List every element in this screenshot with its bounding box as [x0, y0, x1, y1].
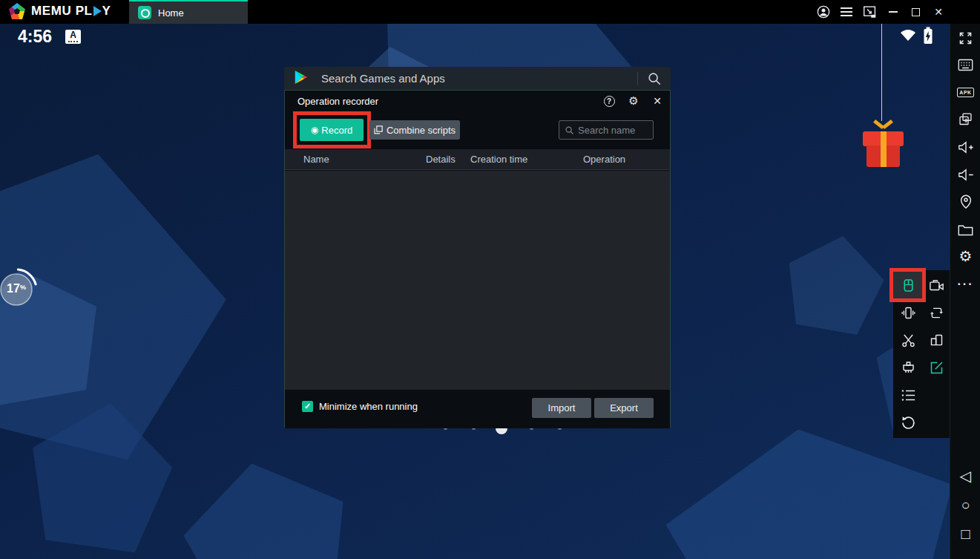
more-icon: ···	[958, 278, 974, 291]
reboot-button[interactable]	[899, 413, 917, 431]
nav-home-button[interactable]: ○	[950, 496, 980, 514]
playstore-search-label: Search Games and Apps	[321, 72, 637, 85]
help-button[interactable]: ?	[602, 94, 616, 108]
multi-instance-button[interactable]	[950, 110, 980, 128]
combine-scripts-button[interactable]: Combine scripts	[369, 120, 460, 140]
keyboard-letter: A	[65, 30, 81, 41]
cache-clean-button[interactable]	[899, 359, 917, 376]
scissors-icon	[901, 333, 916, 348]
keyboard-indicator-icon[interactable]: A	[65, 30, 81, 44]
tab-home[interactable]: Home	[129, 0, 248, 24]
operation-recorder-dialog: Operation recorder ? ⚙ ✕ ◉ Record Combin…	[284, 90, 671, 428]
google-play-icon	[293, 68, 309, 89]
minimize-button[interactable]	[884, 2, 903, 22]
virtual-keyboard-button[interactable]	[950, 56, 980, 73]
android-recents-icon: □	[961, 526, 970, 543]
logo-play-triangle	[93, 6, 102, 16]
new-window-plus-icon	[958, 111, 973, 127]
loading-progress-badge: 17%	[0, 266, 42, 312]
more-tools-button[interactable]: ···	[950, 275, 980, 293]
install-apk-button[interactable]: APK	[950, 83, 980, 101]
export-button[interactable]: Export	[594, 398, 654, 418]
android-screen[interactable]: 4:56 A 17%	[0, 24, 950, 559]
battery-icon	[922, 26, 934, 48]
screenshot-cut-button[interactable]	[899, 331, 917, 349]
volume-up-button[interactable]	[950, 138, 980, 156]
loading-percent: 17%	[0, 282, 37, 295]
wallpaper-pentagon	[779, 228, 890, 339]
combine-label: Combine scripts	[387, 125, 456, 136]
volume-up-icon	[958, 140, 974, 154]
script-edit-button[interactable]	[927, 359, 945, 376]
task-list-button[interactable]	[899, 386, 917, 404]
shared-folder-button[interactable]	[950, 220, 980, 238]
more-tools-panel	[893, 270, 950, 438]
account-icon	[816, 4, 831, 19]
boss-key-button[interactable]	[860, 2, 879, 22]
script-search-input[interactable]	[578, 125, 648, 136]
volume-down-button[interactable]	[950, 166, 980, 183]
keyboard-icon	[958, 59, 973, 71]
nav-back-button[interactable]: ◁	[950, 467, 980, 485]
android-home-icon: ○	[961, 497, 970, 514]
apk-icon: APK	[957, 88, 973, 97]
record-highlight-box: ◉ Record	[293, 111, 371, 148]
rotate-screen-button[interactable]	[927, 304, 945, 321]
column-details: Details	[426, 154, 456, 165]
window-resize-button[interactable]	[927, 331, 945, 349]
clock: 4:56	[18, 27, 52, 47]
edit-pencil-icon	[929, 360, 944, 376]
column-creation-time: Creation time	[470, 154, 527, 165]
list-icon	[901, 388, 916, 402]
phone-window-icon	[929, 333, 944, 348]
nav-recents-button[interactable]: □	[950, 525, 980, 543]
wallpaper-pentagon	[172, 446, 363, 559]
gear-icon: ⚙	[959, 247, 973, 265]
memu-window: 4:56 A 17%	[0, 0, 980, 559]
keyboard-dots	[68, 41, 78, 42]
android-back-icon: ◁	[960, 467, 971, 485]
memu-logo: MEMU PLY	[9, 3, 111, 19]
dialog-footer: ✓ Minimize when running Import Export	[285, 390, 670, 428]
dialog-title: Operation recorder	[297, 96, 378, 107]
minimize-icon	[889, 11, 898, 13]
import-button[interactable]: Import	[532, 398, 591, 418]
combine-icon	[374, 125, 383, 134]
gift-icon[interactable]	[863, 121, 904, 167]
restart-icon	[901, 415, 916, 431]
emulator-settings-button[interactable]: ⚙	[950, 247, 980, 265]
memu-pentagon-icon	[9, 3, 25, 19]
maximize-button[interactable]	[906, 2, 925, 22]
check-icon: ✓	[304, 402, 311, 411]
screen-record-button[interactable]	[927, 276, 945, 294]
video-camera-icon	[929, 278, 944, 292]
search-icon[interactable]	[638, 71, 671, 86]
minimize-checkbox[interactable]: ✓	[302, 401, 313, 412]
virtual-location-button[interactable]	[950, 192, 980, 210]
menu-button[interactable]	[837, 2, 856, 22]
clean-broom-icon	[901, 360, 916, 376]
fullscreen-icon	[958, 30, 973, 46]
close-icon: ✕	[653, 95, 662, 107]
column-name: Name	[303, 154, 329, 165]
close-dialog-button[interactable]: ✕	[651, 94, 664, 108]
settings-button[interactable]: ⚙	[627, 94, 640, 108]
help-icon: ?	[604, 96, 615, 107]
script-list-empty	[285, 171, 670, 390]
rotate-screen-icon	[929, 305, 944, 321]
shake-phone-icon	[901, 305, 916, 321]
shake-button[interactable]	[899, 304, 917, 321]
window-titlebar: MEMU PLY Home ✕	[0, 0, 980, 24]
column-operation: Operation	[583, 154, 625, 165]
minimize-checkbox-label: Minimize when running	[319, 401, 418, 412]
record-button[interactable]: ◉ Record	[300, 119, 364, 141]
playstore-search-widget[interactable]: Search Games and Apps	[284, 67, 671, 90]
account-button[interactable]	[814, 2, 833, 22]
close-window-button[interactable]: ✕	[929, 2, 948, 22]
gift-string	[881, 24, 882, 121]
script-search-box[interactable]	[559, 120, 654, 140]
search-icon	[565, 125, 574, 135]
location-pin-icon	[958, 193, 973, 209]
gear-icon: ⚙	[628, 94, 638, 108]
fullscreen-button[interactable]	[950, 29, 980, 47]
